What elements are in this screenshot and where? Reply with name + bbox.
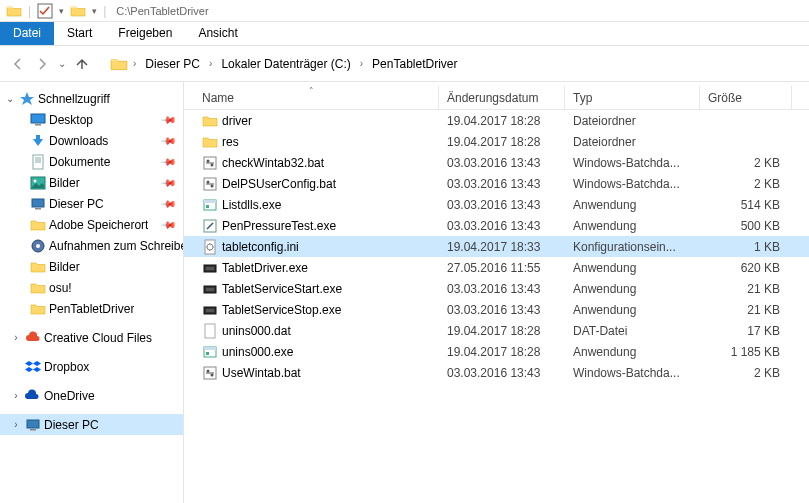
- chevron-right-icon[interactable]: ›: [206, 58, 215, 69]
- sidebar-dropbox[interactable]: › Dropbox: [0, 356, 183, 377]
- file-row[interactable]: unins000.exe19.04.2017 18:28Anwendung1 1…: [184, 341, 809, 362]
- cell-date: 19.04.2017 18:28: [439, 345, 565, 359]
- file-type-icon: [202, 302, 218, 318]
- sidebar-thispc[interactable]: Dieser PC 📌: [0, 193, 183, 214]
- sidebar-item-label: Schnellzugriff: [38, 92, 110, 106]
- col-name-label: Name: [202, 91, 234, 105]
- file-list[interactable]: Name˄ Änderungsdatum Typ Größe driver19.…: [184, 82, 809, 503]
- file-type-icon: [202, 113, 218, 129]
- sidebar-item-label: PenTabletDriver: [49, 302, 134, 316]
- creativecloud-icon: [25, 330, 41, 346]
- file-row[interactable]: UseWintab.bat03.03.2016 13:43Windows-Bat…: [184, 362, 809, 383]
- properties-check-icon[interactable]: [37, 3, 53, 19]
- cell-name: driver: [184, 113, 439, 129]
- file-name: TabletDriver.exe: [222, 261, 308, 275]
- cell-date: 19.04.2017 18:33: [439, 240, 565, 254]
- sidebar-dieserpc[interactable]: › Dieser PC: [0, 414, 183, 435]
- tab-share[interactable]: Freigeben: [105, 22, 185, 45]
- cell-type: Konfigurationsein...: [565, 240, 700, 254]
- file-row[interactable]: unins000.dat19.04.2017 18:28DAT-Datei17 …: [184, 320, 809, 341]
- sidebar[interactable]: ⌄ Schnellzugriff Desktop 📌 Downloads 📌 D…: [0, 82, 184, 503]
- sidebar-desktop[interactable]: Desktop 📌: [0, 109, 183, 130]
- file-name: unins000.dat: [222, 324, 291, 338]
- sidebar-item-label: OneDrive: [44, 389, 95, 403]
- forward-button[interactable]: [32, 54, 52, 74]
- cell-date: 03.03.2016 13:43: [439, 198, 565, 212]
- file-name: Listdlls.exe: [222, 198, 281, 212]
- breadcrumb-folder[interactable]: PenTabletDriver: [368, 55, 461, 73]
- sidebar-record[interactable]: Aufnahmen zum Schreiben: [0, 235, 183, 256]
- file-row[interactable]: TabletServiceStop.exe03.03.2016 13:43Anw…: [184, 299, 809, 320]
- col-type[interactable]: Typ: [565, 86, 700, 109]
- sidebar-bilder2[interactable]: Bilder: [0, 256, 183, 277]
- pin-icon: 📌: [161, 111, 177, 127]
- cell-size: 1 185 KB: [700, 345, 792, 359]
- breadcrumb[interactable]: › Dieser PC › Lokaler Datenträger (C:) ›…: [110, 55, 461, 73]
- cell-size: 2 KB: [700, 366, 792, 380]
- cell-date: 03.03.2016 13:43: [439, 177, 565, 191]
- sidebar-osu[interactable]: osu!: [0, 277, 183, 298]
- file-row[interactable]: tabletconfig.ini19.04.2017 18:33Konfigur…: [184, 236, 809, 257]
- sidebar-item-label: Downloads: [49, 134, 108, 148]
- ribbon: Datei Start Freigeben Ansicht: [0, 22, 809, 46]
- col-date[interactable]: Änderungsdatum: [439, 86, 565, 109]
- breadcrumb-root-icon[interactable]: [110, 55, 128, 73]
- sidebar-ptd[interactable]: PenTabletDriver: [0, 298, 183, 319]
- tab-start[interactable]: Start: [54, 22, 105, 45]
- cell-name: unins000.dat: [184, 323, 439, 339]
- file-type-icon: [202, 260, 218, 276]
- tab-file[interactable]: Datei: [0, 22, 54, 45]
- open-folder-icon[interactable]: [70, 3, 86, 19]
- cell-type: Anwendung: [565, 198, 700, 212]
- cell-size: 21 KB: [700, 282, 792, 296]
- folder-icon: [30, 217, 46, 233]
- sidebar-downloads[interactable]: Downloads 📌: [0, 130, 183, 151]
- history-dropdown-icon[interactable]: ⌄: [56, 58, 68, 69]
- qat-customize-icon[interactable]: ▾: [92, 6, 97, 16]
- file-type-icon: [202, 239, 218, 255]
- file-row[interactable]: TabletServiceStart.exe03.03.2016 13:43An…: [184, 278, 809, 299]
- file-name: checkWintab32.bat: [222, 156, 324, 170]
- sidebar-onedrive[interactable]: › OneDrive: [0, 385, 183, 406]
- star-icon: [19, 91, 35, 107]
- file-row[interactable]: PenPressureTest.exe03.03.2016 13:43Anwen…: [184, 215, 809, 236]
- sidebar-documents[interactable]: Dokumente 📌: [0, 151, 183, 172]
- pictures-icon: [30, 175, 46, 191]
- cell-date: 19.04.2017 18:28: [439, 135, 565, 149]
- col-size[interactable]: Größe: [700, 86, 792, 109]
- cell-size: 620 KB: [700, 261, 792, 275]
- sidebar-ccf[interactable]: › Creative Cloud Files: [0, 327, 183, 348]
- breadcrumb-drive[interactable]: Lokaler Datenträger (C:): [217, 55, 354, 73]
- file-row[interactable]: driver19.04.2017 18:28Dateiordner: [184, 110, 809, 131]
- expand-icon[interactable]: ›: [10, 419, 22, 431]
- sidebar-quickaccess[interactable]: ⌄ Schnellzugriff: [0, 88, 183, 109]
- collapse-icon[interactable]: ⌄: [4, 93, 16, 105]
- expand-icon[interactable]: ›: [10, 390, 22, 402]
- breadcrumb-pc[interactable]: Dieser PC: [141, 55, 204, 73]
- expand-icon[interactable]: ›: [10, 332, 22, 344]
- file-row[interactable]: Listdlls.exe03.03.2016 13:43Anwendung514…: [184, 194, 809, 215]
- cell-size: 2 KB: [700, 156, 792, 170]
- file-row[interactable]: checkWintab32.bat03.03.2016 13:43Windows…: [184, 152, 809, 173]
- cell-date: 03.03.2016 13:43: [439, 282, 565, 296]
- cell-type: Windows-Batchda...: [565, 156, 700, 170]
- qat-dropdown-icon[interactable]: ▾: [59, 6, 64, 16]
- sidebar-adobe[interactable]: Adobe Speicherort 📌: [0, 214, 183, 235]
- file-row[interactable]: res19.04.2017 18:28Dateiordner: [184, 131, 809, 152]
- chevron-right-icon[interactable]: ›: [130, 58, 139, 69]
- col-name[interactable]: Name˄: [184, 86, 439, 109]
- file-row[interactable]: TabletDriver.exe27.05.2016 11:55Anwendun…: [184, 257, 809, 278]
- cell-date: 03.03.2016 13:43: [439, 219, 565, 233]
- cell-name: checkWintab32.bat: [184, 155, 439, 171]
- cell-name: TabletDriver.exe: [184, 260, 439, 276]
- cell-name: tabletconfig.ini: [184, 239, 439, 255]
- cell-size: 1 KB: [700, 240, 792, 254]
- sidebar-item-label: Dieser PC: [44, 418, 99, 432]
- file-row[interactable]: DelPSUserConfig.bat03.03.2016 13:43Windo…: [184, 173, 809, 194]
- tab-view[interactable]: Ansicht: [185, 22, 250, 45]
- chevron-right-icon[interactable]: ›: [357, 58, 366, 69]
- cell-type: Anwendung: [565, 303, 700, 317]
- up-button[interactable]: [72, 54, 92, 74]
- sidebar-pictures[interactable]: Bilder 📌: [0, 172, 183, 193]
- back-button[interactable]: [8, 54, 28, 74]
